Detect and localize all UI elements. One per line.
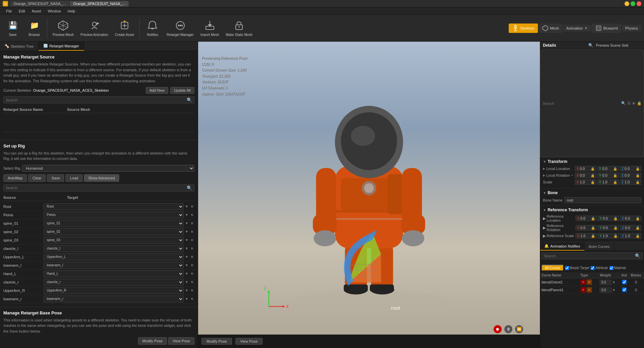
preview-animation-button[interactable]: Preview Animation [78, 16, 111, 40]
bone-clear-8[interactable]: ✕ [190, 271, 194, 276]
browse-button[interactable]: 📁 Browse [24, 16, 44, 40]
pause-button[interactable]: ⏸ [504, 325, 512, 333]
bone-target-select-6[interactable]: UpperArm_L [44, 254, 184, 260]
scale-x[interactable]: X 1.0 🔒 [575, 179, 596, 185]
bone-target-select-1[interactable]: Pelvis [44, 212, 184, 218]
add-new-button[interactable]: Add New [146, 87, 168, 94]
local-rot-y[interactable]: Y 0.0 🔒 [597, 173, 619, 178]
bone-clear-4[interactable]: ✕ [190, 238, 194, 243]
bone-header[interactable]: ▼ Bone [543, 190, 641, 195]
close-button[interactable] [637, 1, 641, 6]
retarget-search-input[interactable] [6, 98, 187, 102]
scale-z[interactable]: Z 1.0 🔒 [620, 179, 641, 185]
ref-transform-header[interactable]: ▼ Reference Transform [543, 208, 641, 212]
ref-scale-x[interactable]: X 1.0 🔒 [576, 233, 597, 238]
update-all-button[interactable]: Update All [170, 87, 194, 94]
bone-row: spine_02 spine_02 ▼ ✕ [3, 228, 194, 236]
ref-loc-x[interactable]: X 0.0 🔒 [576, 216, 597, 221]
mesh-tab[interactable]: Mesh [539, 24, 562, 33]
ref-scale-y[interactable]: Y 1.0 🔒 [598, 233, 619, 238]
rig-dropdown[interactable]: Humanoid [22, 165, 194, 172]
local-loc-x[interactable]: X 0.0 🔒 [575, 166, 596, 171]
ref-scale-z[interactable]: Z 1.0 🔒 [620, 233, 641, 238]
anim-search-input[interactable] [544, 254, 635, 258]
retarget-manager-button[interactable]: Retarget Manager [164, 16, 196, 40]
physics-tab[interactable]: Physics [622, 25, 641, 32]
menu-window[interactable]: Window [44, 8, 64, 14]
view-pose-button[interactable]: View Pose [168, 337, 194, 345]
bone-target-select-10[interactable]: UpperArm_R [44, 287, 184, 294]
local-rot-x[interactable]: X 0.0 🔒 [575, 173, 596, 178]
modify-pose-button[interactable]: Modify Pose [138, 337, 167, 345]
make-static-mesh-button[interactable]: Make Static Mesh [223, 16, 255, 40]
local-loc-y[interactable]: Y 0.0 🔒 [597, 166, 619, 171]
record-button[interactable]: ⏺ [494, 325, 502, 333]
bone-target-select-4[interactable]: spine_03 [44, 237, 184, 244]
bone-target-select-2[interactable]: spine_01 [44, 220, 184, 227]
menu-help[interactable]: Help [64, 8, 79, 14]
retarget-manager-tab[interactable]: 🔄 Retarget Manager [39, 42, 84, 51]
ref-rot-z[interactable]: Z 0.0 🔒 [620, 225, 641, 230]
bone-clear-0[interactable]: ✕ [190, 204, 194, 209]
bone-clear-6[interactable]: ✕ [190, 255, 194, 259]
ref-loc-y[interactable]: Y 0.0 🔒 [598, 216, 619, 221]
skeleton-tree-tab[interactable]: 🦴 Skeleton Tree [0, 42, 39, 51]
bone-target-select-9[interactable]: clavicle_r [44, 279, 184, 286]
clear-button[interactable]: Clear [28, 174, 46, 182]
title-tab-2[interactable]: Orange_SPACESUIT_NASA_... [70, 1, 129, 6]
material-checkbox[interactable] [609, 266, 613, 270]
bone-search-input[interactable] [6, 186, 187, 190]
bone-target-select-11[interactable]: lowerarm_r [44, 296, 184, 302]
bone-target-select-0[interactable]: Root [44, 203, 184, 210]
bone-clear-1[interactable]: ✕ [190, 213, 194, 217]
curve-aut-checkbox-0[interactable] [622, 280, 627, 284]
modify-pose-btn[interactable]: Modify Pose [201, 338, 232, 345]
anim-notifies-tab[interactable]: 🔔 Animation Notifies [540, 242, 585, 251]
bone-clear-3[interactable]: ✕ [190, 229, 194, 234]
menu-asset[interactable]: Asset [29, 8, 45, 14]
create-asset-button[interactable]: Create Asset [112, 16, 137, 40]
bone-clear-9[interactable]: ✕ [190, 280, 194, 285]
minimize-button[interactable] [625, 1, 629, 6]
show-advanced-button[interactable]: Show Advanced [84, 174, 119, 182]
local-rot-z[interactable]: Z 0.0 🔒 [620, 173, 641, 178]
curve-aut-checkbox-1[interactable] [622, 288, 627, 292]
menu-file[interactable]: File [3, 8, 15, 14]
title-tab-1[interactable]: Orange_SPACESUIT_NASA_... [10, 1, 69, 6]
bone-clear-5[interactable]: ✕ [190, 246, 194, 251]
anim-curves-tab[interactable]: Anim Curves [585, 242, 614, 251]
bone-clear-11[interactable]: ✕ [190, 297, 194, 301]
preview-mesh-button[interactable]: Preview Mesh [50, 16, 77, 40]
bone-target-select-8[interactable]: Hand_L [44, 270, 184, 277]
local-loc-z[interactable]: Z 0.0 🔒 [620, 166, 641, 171]
scale-y[interactable]: Y 1.0 🔒 [597, 179, 619, 185]
bone-target-select-7[interactable]: lowerarm_l [44, 262, 184, 269]
import-mesh-button[interactable]: Import Mesh [198, 16, 222, 40]
morph-target-checkbox[interactable] [565, 266, 569, 270]
bone-target-select-3[interactable]: spine_02 [44, 228, 184, 235]
save-rig-button[interactable]: Save [47, 174, 64, 182]
bone-clear-7[interactable]: ✕ [190, 263, 194, 268]
attribute-checkbox[interactable] [591, 266, 595, 270]
ref-loc-z[interactable]: Z 0.0 🔒 [620, 216, 641, 221]
transform-header[interactable]: ▼ Transform [543, 159, 641, 164]
details-search-input[interactable] [543, 101, 621, 105]
all-curves-button[interactable]: All Curves [542, 265, 564, 271]
anim-notifies-button[interactable]: Notifies [142, 16, 163, 40]
skeleton-tab[interactable]: Skeleton [509, 24, 538, 33]
bone-clear-10[interactable]: ✕ [190, 288, 194, 293]
save-button[interactable]: 💾 Save [3, 16, 23, 40]
automap-button[interactable]: AutoMap [3, 174, 27, 182]
load-button[interactable]: Load [65, 174, 82, 182]
maximize-button[interactable] [631, 1, 635, 6]
bone-clear-2[interactable]: ✕ [190, 221, 194, 226]
bone-target-select-5[interactable]: clavicle_l [44, 245, 184, 252]
menu-edit[interactable]: Edit [15, 8, 29, 14]
animation-tab[interactable]: Animation ▼ [563, 25, 591, 32]
ref-rot-x[interactable]: X 0.0 🔒 [576, 225, 597, 230]
forward-button[interactable]: ⏩ [515, 325, 523, 333]
blueprint-tab[interactable]: Blueprint [592, 24, 621, 33]
ref-rot-y[interactable]: Y 0.0 🔒 [598, 225, 619, 230]
curve-name-header: Curve Name [542, 273, 581, 277]
view-pose-btn[interactable]: View Pose [235, 338, 263, 345]
